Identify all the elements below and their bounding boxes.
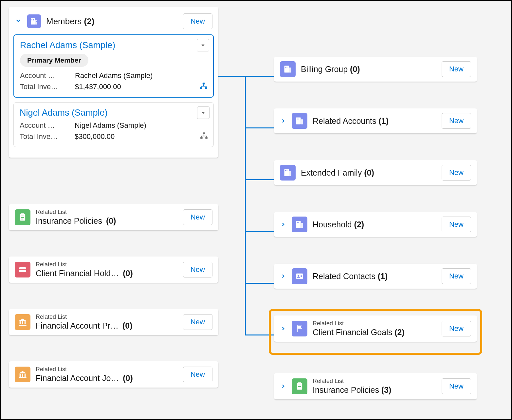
field-label: Total Inve… <box>20 83 69 91</box>
new-button[interactable]: New <box>442 378 471 394</box>
related-billing-group[interactable]: Billing Group (0) New <box>274 57 477 82</box>
svg-marker-30 <box>19 319 26 321</box>
related-title: Related Contacts <box>313 272 375 281</box>
related-client-financial-goals[interactable]: Related List Client Financial Goals (2) … <box>274 315 477 342</box>
svg-rect-31 <box>20 321 21 324</box>
new-button[interactable]: New <box>442 113 471 129</box>
new-button[interactable]: New <box>442 268 471 284</box>
member-name-link[interactable]: Nigel Adams (Sample) <box>20 108 208 118</box>
svg-rect-22 <box>206 136 207 137</box>
svg-rect-12 <box>201 86 206 86</box>
new-member-button[interactable]: New <box>183 13 212 29</box>
svg-rect-47 <box>299 119 299 119</box>
bank-icon <box>15 367 30 382</box>
svg-rect-20 <box>201 136 207 136</box>
related-list-financial-account-jo[interactable]: Related List Financial Account Jo… (0) N… <box>9 361 218 388</box>
related-count: (1) <box>378 272 388 281</box>
clipboard-icon <box>292 378 307 394</box>
chevron-right-icon[interactable] <box>280 221 286 227</box>
related-accounts[interactable]: Related Accounts (1) New <box>274 108 477 133</box>
svg-marker-7 <box>201 45 204 47</box>
svg-rect-43 <box>287 67 287 67</box>
related-list-count: (0) <box>123 269 133 278</box>
members-panel: Members (2) New Rachel Adams (Sample) Pr… <box>9 7 218 158</box>
members-icon <box>27 14 41 28</box>
svg-rect-29 <box>19 269 26 270</box>
new-button[interactable]: New <box>183 314 212 330</box>
related-contacts[interactable]: Related Contacts (1) New <box>274 264 477 289</box>
members-header: Members (2) New <box>13 11 214 34</box>
svg-rect-40 <box>284 66 289 73</box>
field-value: Nigel Adams (Sample) <box>75 121 208 130</box>
svg-rect-27 <box>21 219 23 220</box>
member-card-nigel[interactable]: Nigel Adams (Sample) Account … Nigel Ada… <box>13 102 214 147</box>
related-list-subtitle: Related List <box>36 261 178 268</box>
connector-line <box>245 76 246 334</box>
members-title: Members (2) <box>46 16 94 27</box>
related-list-insurance-policies[interactable]: Related List Insurance Policies (0) New <box>9 204 218 230</box>
svg-rect-16 <box>203 132 205 134</box>
svg-rect-64 <box>298 386 301 387</box>
hierarchy-icon[interactable] <box>199 82 208 92</box>
chevron-right-icon[interactable] <box>280 326 286 332</box>
building-icon <box>292 217 307 232</box>
chevron-right-icon[interactable] <box>280 273 286 279</box>
svg-rect-14 <box>206 86 207 87</box>
related-insurance-policies-right[interactable]: Related List Insurance Policies (3) New <box>274 373 477 399</box>
new-button[interactable]: New <box>183 367 212 382</box>
svg-rect-18 <box>205 137 208 139</box>
svg-point-6 <box>36 21 37 22</box>
new-button[interactable]: New <box>442 61 471 77</box>
related-list-title: Insurance Policies <box>36 216 102 226</box>
related-list-subtitle: Related List <box>313 320 436 327</box>
svg-rect-53 <box>301 223 303 228</box>
field-value: $300,000.00 <box>75 132 208 141</box>
svg-rect-46 <box>297 119 298 119</box>
related-list-subtitle: Related List <box>313 378 436 385</box>
related-title: Related Accounts <box>313 116 376 125</box>
related-extended-family[interactable]: Extended Family (0) New <box>274 160 477 185</box>
svg-rect-37 <box>22 374 23 377</box>
contact-icon <box>292 268 307 284</box>
member-card-rachel[interactable]: Rachel Adams (Sample) Primary Member Acc… <box>13 34 214 98</box>
related-list-title: Client Financial Hold… <box>36 269 119 278</box>
related-household[interactable]: Household (2) New <box>274 212 477 237</box>
svg-rect-3 <box>33 19 34 20</box>
new-button[interactable]: New <box>183 262 212 277</box>
card-menu-button[interactable] <box>197 106 210 119</box>
related-title: Billing Group <box>301 65 348 74</box>
svg-rect-34 <box>19 325 26 326</box>
chevron-down-icon[interactable] <box>15 16 22 27</box>
svg-rect-48 <box>284 169 289 176</box>
related-title: Extended Family <box>301 168 362 177</box>
new-button[interactable]: New <box>183 209 212 225</box>
chevron-right-icon[interactable] <box>280 383 286 389</box>
connector-line <box>245 76 274 77</box>
svg-rect-17 <box>200 137 203 139</box>
connector-line <box>245 283 274 284</box>
chevron-right-icon[interactable] <box>280 118 286 124</box>
svg-rect-24 <box>21 213 24 215</box>
related-list-financial-account-pr[interactable]: Related List Financial Account Pr… (0) N… <box>9 309 218 335</box>
related-list-subtitle: Related List <box>36 314 178 320</box>
related-title: Client Financial Goals <box>313 328 392 337</box>
connector-line <box>218 76 246 77</box>
svg-rect-26 <box>21 217 24 218</box>
field-value: Rachel Adams (Sample) <box>75 71 207 80</box>
svg-rect-36 <box>20 374 21 377</box>
card-menu-button[interactable] <box>197 39 209 51</box>
related-list-subtitle: Related List <box>36 209 178 216</box>
svg-rect-51 <box>287 170 287 171</box>
related-count: (0) <box>364 168 374 177</box>
related-count: (0) <box>350 65 360 74</box>
svg-rect-49 <box>289 171 291 176</box>
new-button[interactable]: New <box>442 321 471 336</box>
related-list-client-financial-hold[interactable]: Related List Client Financial Hold… (0) … <box>9 257 218 283</box>
svg-rect-41 <box>289 67 291 72</box>
svg-rect-58 <box>301 275 302 276</box>
member-name-link[interactable]: Rachel Adams (Sample) <box>20 40 207 50</box>
related-count: (1) <box>379 116 389 125</box>
hierarchy-icon[interactable] <box>200 131 208 142</box>
new-button[interactable]: New <box>442 165 471 181</box>
new-button[interactable]: New <box>442 217 471 232</box>
